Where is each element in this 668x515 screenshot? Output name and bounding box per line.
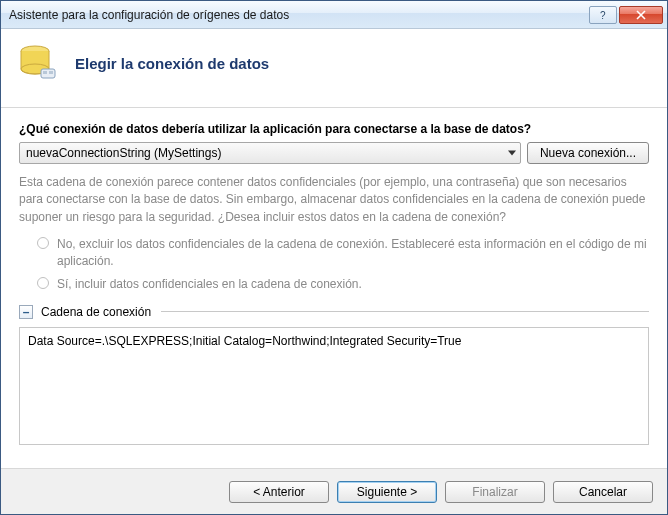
connection-prompt: ¿Qué conexión de datos debería utilizar … bbox=[19, 122, 649, 136]
section-divider bbox=[161, 311, 649, 312]
next-button[interactable]: Siguiente > bbox=[337, 481, 437, 503]
close-button[interactable] bbox=[619, 6, 663, 24]
connection-string-section: – Cadena de conexión bbox=[19, 305, 649, 319]
connection-string-label: Cadena de conexión bbox=[41, 305, 151, 319]
radio-icon bbox=[37, 237, 49, 249]
connection-string-value: Data Source=.\SQLEXPRESS;Initial Catalog… bbox=[28, 334, 461, 348]
expander-toggle[interactable]: – bbox=[19, 305, 33, 319]
wizard-header: Elegir la conexión de datos bbox=[1, 29, 667, 108]
radio-icon bbox=[37, 277, 49, 289]
connection-string-box[interactable]: Data Source=.\SQLEXPRESS;Initial Catalog… bbox=[19, 327, 649, 445]
help-button[interactable]: ? bbox=[589, 6, 617, 24]
connection-row: nuevaConnectionString (MySettings) Nueva… bbox=[19, 142, 649, 164]
wizard-footer: < Anterior Siguiente > Finalizar Cancela… bbox=[1, 468, 667, 514]
back-button[interactable]: < Anterior bbox=[229, 481, 329, 503]
radio-include: Sí, incluir datos confidenciales en la c… bbox=[37, 276, 649, 293]
radio-include-label: Sí, incluir datos confidenciales en la c… bbox=[57, 276, 362, 293]
database-icon bbox=[17, 41, 61, 85]
title-bar: Asistente para la configuración de oríge… bbox=[1, 1, 667, 29]
new-connection-button[interactable]: Nueva conexión... bbox=[527, 142, 649, 164]
radio-exclude: No, excluir los datos confidenciales de … bbox=[37, 236, 649, 270]
connection-dropdown-value: nuevaConnectionString (MySettings) bbox=[26, 146, 221, 160]
wizard-step-title: Elegir la conexión de datos bbox=[75, 55, 269, 72]
close-icon bbox=[635, 10, 647, 20]
radio-exclude-label: No, excluir los datos confidenciales de … bbox=[57, 236, 649, 270]
chevron-down-icon bbox=[508, 151, 516, 156]
svg-rect-6 bbox=[43, 71, 47, 74]
svg-rect-7 bbox=[49, 71, 53, 74]
wizard-body: ¿Qué conexión de datos debería utilizar … bbox=[1, 108, 667, 445]
help-icon: ? bbox=[597, 10, 609, 20]
sensitive-data-info: Esta cadena de conexión parece contener … bbox=[19, 174, 649, 226]
window-title: Asistente para la configuración de oríge… bbox=[9, 8, 587, 22]
svg-text:?: ? bbox=[600, 10, 606, 20]
cancel-button[interactable]: Cancelar bbox=[553, 481, 653, 503]
connection-dropdown[interactable]: nuevaConnectionString (MySettings) bbox=[19, 142, 521, 164]
finish-button: Finalizar bbox=[445, 481, 545, 503]
